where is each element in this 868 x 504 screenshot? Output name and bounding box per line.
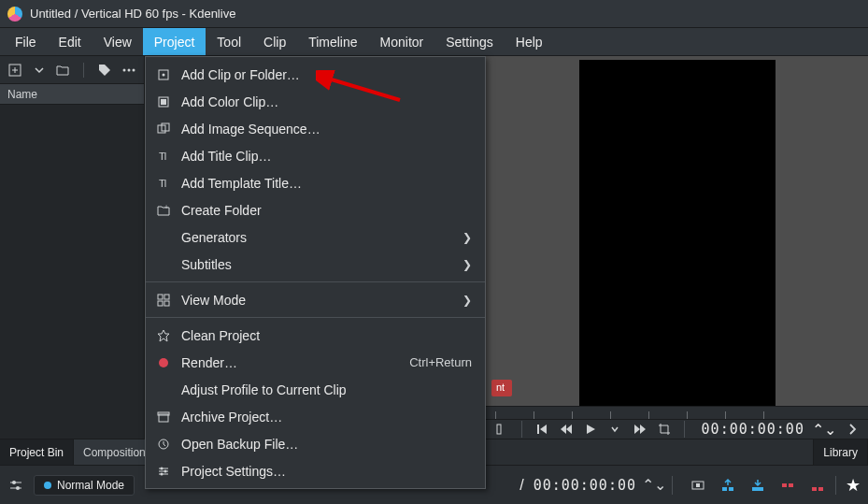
menu-add-clip-or-folder[interactable]: Add Clip or Folder…	[146, 61, 485, 88]
menu-item-label: Project Settings…	[181, 464, 472, 479]
chevron-right-icon: ❯	[462, 258, 472, 271]
track-lift-icon[interactable]	[809, 477, 826, 494]
monitor-ruler[interactable]	[486, 406, 868, 419]
svg-rect-11	[161, 99, 166, 105]
svg-rect-19	[158, 295, 163, 299]
crop-icon[interactable]	[656, 420, 673, 439]
monitor-canvas	[579, 60, 776, 406]
bin-tree[interactable]	[0, 105, 144, 439]
menu-item-label: Archive Project…	[181, 410, 472, 425]
menu-item-label: Add Image Sequence…	[181, 122, 472, 137]
menu-view[interactable]: View	[92, 28, 143, 55]
bin-column-header[interactable]: Name	[0, 84, 144, 105]
chevron-down-icon[interactable]	[32, 63, 47, 78]
folder-new-icon: +	[155, 204, 172, 217]
menu-monitor[interactable]: Monitor	[369, 28, 435, 55]
menu-adjust-profile[interactable]: Adjust Profile to Current Clip	[146, 376, 485, 403]
menu-clean-project[interactable]: Clean Project	[146, 322, 485, 349]
play-icon[interactable]	[582, 420, 599, 439]
spinner-icon[interactable]: ⌃⌄	[646, 477, 662, 494]
folder-new-icon[interactable]	[56, 63, 71, 78]
svg-rect-22	[164, 301, 169, 306]
title-icon: T	[155, 150, 172, 163]
menu-timeline[interactable]: Timeline	[297, 28, 368, 55]
menu-project-settings[interactable]: Project Settings…	[146, 457, 485, 484]
open-icon	[155, 438, 172, 451]
menu-subtitles[interactable]: Subtitles ❯	[146, 251, 485, 278]
menu-add-title-clip[interactable]: T Add Title Clip…	[146, 142, 485, 169]
svg-point-30	[161, 467, 164, 469]
menu-add-template-title[interactable]: T Add Template Title…	[146, 169, 485, 196]
tab-library[interactable]: Library	[813, 439, 868, 465]
menu-settings[interactable]: Settings	[434, 28, 505, 55]
archive-icon	[155, 410, 172, 424]
menu-separator	[146, 281, 485, 282]
svg-point-31	[164, 469, 167, 472]
monitor-timecode[interactable]: 00:00:00:00	[702, 421, 804, 438]
record-icon	[155, 356, 172, 369]
project-bin-panel: Name	[0, 56, 145, 439]
svg-text:T: T	[159, 151, 165, 162]
svg-rect-40	[722, 487, 727, 491]
svg-point-5	[133, 68, 135, 71]
svg-point-37	[16, 486, 20, 490]
menu-create-folder[interactable]: + Create Folder	[146, 196, 485, 223]
tag-icon[interactable]	[97, 63, 112, 78]
settings-icon[interactable]	[7, 477, 24, 494]
monitor-viewport[interactable]: nt	[486, 56, 868, 406]
mix-icon[interactable]	[690, 477, 706, 494]
window-title: Untitled / Vertical HD 60 fps - Kdenlive	[30, 7, 235, 21]
ruler-tick	[725, 411, 726, 419]
menu-item-label: Create Folder	[181, 203, 472, 218]
menu-item-label: Add Template Title…	[181, 176, 472, 191]
monitor-controls: 00:00:00:00 ⌃⌄	[486, 419, 868, 439]
menu-project[interactable]: Project	[143, 28, 206, 55]
zone-in-icon[interactable]	[493, 420, 510, 439]
menu-open-backup[interactable]: Open Backup File…	[146, 430, 485, 457]
ruler-tick	[648, 411, 649, 419]
menu-item-shortcut: Ctrl+Return	[409, 355, 472, 369]
menu-generators[interactable]: Generators ❯	[146, 223, 485, 251]
edit-mode-selector[interactable]: Normal Mode	[34, 475, 135, 496]
menu-item-label: Generators	[181, 230, 462, 245]
more-icon[interactable]	[121, 63, 136, 78]
rewind-icon[interactable]	[558, 420, 575, 439]
track-overwrite-icon[interactable]	[749, 477, 766, 494]
chevron-right-icon[interactable]	[844, 420, 861, 439]
menu-archive-project[interactable]: Archive Project…	[146, 403, 485, 430]
menu-add-color-clip[interactable]: Add Color Clip…	[146, 88, 485, 115]
menu-add-image-sequence[interactable]: Add Image Sequence…	[146, 115, 485, 142]
clean-icon	[155, 329, 172, 342]
menu-edit[interactable]: Edit	[48, 28, 92, 55]
svg-point-32	[161, 472, 164, 475]
go-start-icon[interactable]	[534, 420, 550, 439]
menu-render[interactable]: Render… Ctrl+Return	[146, 349, 485, 376]
forward-icon[interactable]	[631, 420, 647, 439]
clip-monitor: nt 00:00:00:00 ⌃⌄	[486, 56, 868, 439]
timecode-spinner-icon[interactable]: ⌃⌄	[812, 421, 836, 439]
menu-tool[interactable]: Tool	[206, 28, 252, 55]
favorite-icon[interactable]: ★	[846, 475, 861, 496]
menu-view-mode[interactable]: View Mode ❯	[146, 286, 485, 313]
menu-clip[interactable]: Clip	[252, 28, 297, 55]
svg-point-3	[123, 68, 126, 71]
menu-item-label: Add Clip or Folder…	[181, 67, 472, 82]
svg-point-4	[128, 68, 131, 71]
ruler-tick	[763, 411, 764, 419]
settings-icon	[155, 465, 172, 478]
menu-help[interactable]: Help	[505, 28, 554, 55]
menu-file[interactable]: File	[4, 28, 48, 55]
add-clip-icon[interactable]	[7, 63, 22, 78]
track-delete-icon[interactable]	[779, 477, 796, 494]
svg-rect-42	[752, 487, 763, 491]
svg-text:+: +	[164, 204, 168, 210]
tab-project-bin[interactable]: Project Bin	[0, 439, 74, 465]
track-insert-icon[interactable]	[719, 477, 736, 494]
svg-point-36	[12, 481, 16, 484]
timeline-tool-icons	[690, 477, 826, 494]
separator	[672, 476, 673, 495]
timeline-duration[interactable]: 00:00:00:00	[534, 477, 636, 494]
chevron-right-icon: ❯	[462, 231, 472, 244]
play-dropdown-icon[interactable]	[606, 420, 623, 439]
menu-item-label: Render…	[181, 355, 409, 370]
